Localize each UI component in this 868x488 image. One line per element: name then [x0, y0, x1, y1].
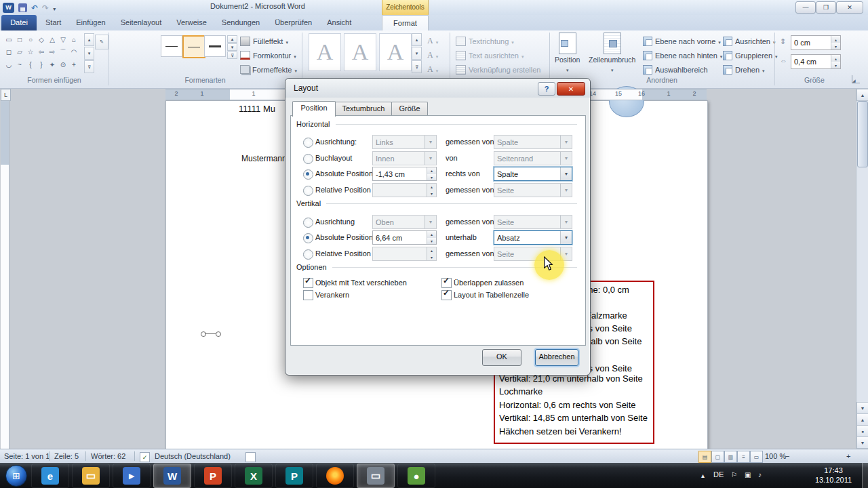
shape-icon[interactable]: ○: [25, 33, 36, 45]
combo-horizontal-ausrichtung[interactable]: Links: [372, 135, 437, 149]
scrollbar-thumb[interactable]: [857, 101, 868, 167]
scroll-up-icon[interactable]: ▲: [856, 89, 868, 101]
bring-forward-button[interactable]: Ebene nach vorne: [643, 35, 721, 47]
ribbon-tab[interactable]: Ansicht: [319, 15, 359, 30]
spinner-arrows[interactable]: [427, 231, 436, 244]
ribbon-tab[interactable]: Start: [38, 15, 68, 30]
combo-horizontal-ausrichtung-von[interactable]: Spalte: [494, 135, 572, 149]
combo-horizontal-relative-von[interactable]: Seite: [494, 183, 572, 197]
spinner-arrows[interactable]: [427, 167, 436, 180]
wordart-style[interactable]: A: [344, 33, 376, 71]
ribbon-tab[interactable]: Einfügen: [68, 15, 113, 30]
taskbar-app-windows-explorer[interactable]: ▭: [72, 464, 110, 488]
checkbox-ueberlappen-zulassen[interactable]: [441, 278, 452, 288]
word-logo-icon[interactable]: W: [3, 3, 14, 13]
web-layout-view-icon[interactable]: ▥: [724, 451, 737, 463]
wordart-style[interactable]: A: [309, 33, 341, 71]
shape-effects-button[interactable]: Formeffekte: [240, 63, 297, 76]
outline-view-icon[interactable]: ≡: [737, 451, 750, 463]
taskbar-app-capture[interactable]: ●: [397, 464, 435, 488]
zoom-in-button[interactable]: +: [846, 452, 850, 460]
language-indicator[interactable]: DE: [713, 470, 724, 488]
zoom-level[interactable]: 100 %: [765, 452, 786, 460]
start-button[interactable]: ⊞: [5, 465, 27, 487]
shape-icon[interactable]: ◻: [3, 46, 14, 58]
zoom-out-button[interactable]: −: [785, 452, 789, 460]
save-icon[interactable]: [18, 3, 27, 12]
align-button[interactable]: Ausrichten: [723, 35, 776, 47]
spinner-horizontal-absolute-position[interactable]: -1,43 cm: [372, 167, 437, 181]
taskbar-app-powerpoint[interactable]: P: [194, 464, 232, 488]
shape-icon[interactable]: ▭: [3, 33, 14, 45]
shape-icon[interactable]: }: [36, 58, 47, 70]
undo-icon[interactable]: [31, 1, 38, 14]
dialog-tab-position[interactable]: Position: [292, 101, 336, 117]
hidden-icons-chevron[interactable]: ▴: [701, 472, 705, 488]
shape-icon[interactable]: ✦: [47, 58, 58, 70]
selection-pane-button[interactable]: Auswahlbereich: [643, 63, 708, 76]
combo-vertikal-ausrichtung-von[interactable]: Seite: [494, 215, 572, 229]
show-desktop-button[interactable]: [862, 463, 868, 488]
radio-horizontal-absolute-position[interactable]: [303, 169, 313, 180]
dialog-tab-textumbruch[interactable]: Textumbruch: [335, 102, 392, 116]
gallery-down-icon[interactable]: ▾: [227, 43, 237, 51]
shape-outline-button[interactable]: Formkontur: [240, 49, 296, 62]
shape-style-thumb-3[interactable]: [204, 35, 226, 57]
titlebar[interactable]: W Dokument2 - Microsoft Word Zeichentool…: [0, 0, 868, 16]
fill-effect-button[interactable]: Fülleffekt: [240, 35, 288, 47]
ribbon-tab[interactable]: Überprüfen: [267, 15, 319, 30]
send-backward-button[interactable]: Ebene nach hinten: [643, 49, 722, 62]
browse-object-icon[interactable]: ●: [856, 425, 868, 437]
checkbox-objekt-mit-text-verschieben[interactable]: [303, 278, 313, 288]
gallery-down-icon[interactable]: ▾: [412, 47, 422, 60]
gallery-up-icon[interactable]: ▴: [227, 35, 237, 43]
shape-icon[interactable]: +: [68, 58, 79, 70]
print-layout-view-icon[interactable]: ▤: [698, 451, 711, 463]
ok-button[interactable]: OK: [482, 349, 521, 366]
shape-icon[interactable]: ☆: [25, 46, 36, 58]
connector-shape[interactable]: [201, 331, 221, 337]
ribbon-tab[interactable]: Sendungen: [214, 15, 267, 30]
text-effects-button[interactable]: A: [427, 63, 438, 76]
taskbar-app-publisher[interactable]: P: [275, 464, 313, 488]
text-outline-button[interactable]: A: [427, 49, 438, 62]
cancel-button[interactable]: Abbrechen: [535, 349, 578, 366]
shape-icon[interactable]: ⌂: [68, 33, 79, 45]
shape-width-field[interactable]: 0,4 cm: [791, 54, 841, 69]
ribbon-tab[interactable]: Seitenlayout: [113, 15, 170, 30]
dialog-help-button[interactable]: ?: [538, 82, 555, 96]
action-center-icon[interactable]: ⚐: [731, 471, 737, 488]
shape-icon[interactable]: ⇦: [36, 46, 47, 58]
dialog-close-button[interactable]: ✕: [557, 82, 585, 96]
tab-datei[interactable]: Datei: [1, 15, 37, 30]
vertical-scrollbar[interactable]: ▲ ▼ ▲ ● ▼: [856, 89, 868, 449]
shape-style-thumb-1[interactable]: [161, 35, 182, 57]
combo-horizontal-rechts-von[interactable]: Spalte: [494, 167, 572, 181]
minimize-button[interactable]: —: [795, 1, 816, 14]
dialog-tab-groesse[interactable]: Größe: [391, 102, 428, 116]
create-link-button[interactable]: Verknüpfung erstellen: [456, 63, 540, 76]
shape-icon[interactable]: ◡: [3, 58, 14, 70]
position-button[interactable]: Position: [555, 33, 580, 73]
shape-icon[interactable]: ⇨: [47, 46, 58, 58]
status-line[interactable]: Zeile: 5: [54, 452, 79, 460]
combo-buchlayout-von[interactable]: Seitenrand: [494, 151, 572, 165]
shape-icon[interactable]: ~: [14, 58, 25, 70]
draft-view-icon[interactable]: ▭: [750, 451, 763, 463]
radio-vertikal-ausrichtung[interactable]: [303, 218, 313, 228]
fullscreen-reading-view-icon[interactable]: ▢: [711, 451, 724, 463]
gallery-more-icon[interactable]: ⊽: [227, 52, 237, 59]
gallery-down-icon[interactable]: ▾: [84, 47, 94, 60]
gallery-more-icon[interactable]: ⊽: [84, 60, 94, 73]
spinner-vertikal-relative-position[interactable]: [372, 247, 437, 261]
height-spinner[interactable]: [831, 36, 840, 49]
combo-buchlayout[interactable]: Innen: [372, 151, 437, 165]
proofing-status-icon[interactable]: ✓: [140, 452, 150, 462]
status-words[interactable]: Wörter: 62: [91, 452, 125, 460]
combo-vertikal-unterhalb[interactable]: Absatz: [494, 230, 572, 245]
radio-horizontal-relative-position[interactable]: [303, 186, 313, 196]
shape-icon[interactable]: {: [25, 58, 36, 70]
taskbar-app-media-app[interactable]: ▸: [113, 464, 151, 488]
shape-icon[interactable]: ◠: [68, 46, 79, 58]
group-button[interactable]: Gruppieren: [723, 49, 778, 62]
